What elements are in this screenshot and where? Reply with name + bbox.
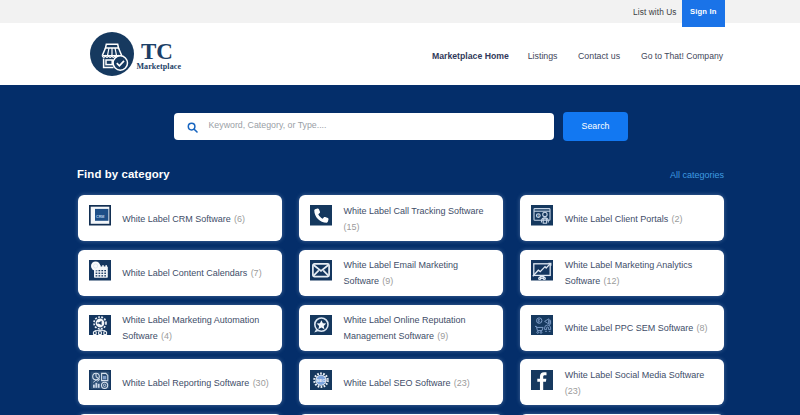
- svg-text:$: $: [538, 214, 540, 218]
- svg-text:CRM: CRM: [96, 215, 104, 219]
- svg-text:SEO: SEO: [317, 377, 327, 382]
